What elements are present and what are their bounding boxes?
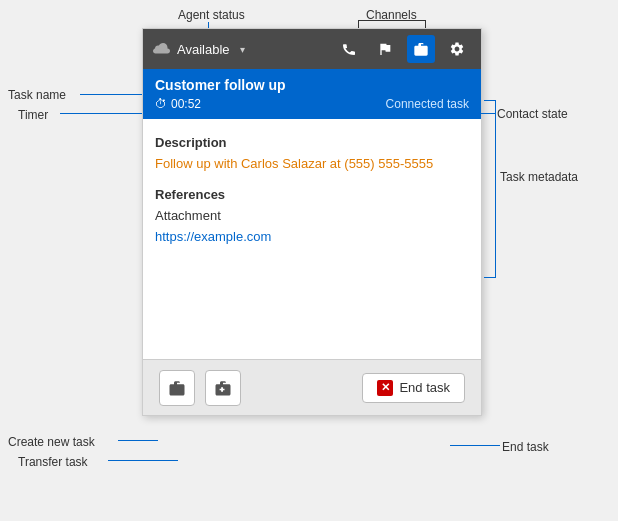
flag-channel-icon[interactable] xyxy=(371,35,399,63)
references-section: References Attachment https://example.co… xyxy=(155,187,469,245)
agent-status-annotation-label: Agent status xyxy=(178,8,245,22)
transfer-task-button[interactable] xyxy=(205,370,241,406)
phone-channel-icon[interactable] xyxy=(335,35,363,63)
task-timer: ⏱ 00:52 xyxy=(155,97,201,111)
chevron-down-icon: ▾ xyxy=(240,44,245,55)
timer-value: 00:52 xyxy=(171,97,201,111)
agent-status[interactable]: Available ▾ xyxy=(153,42,335,57)
create-new-task-button[interactable] xyxy=(159,370,195,406)
timer-icon: ⏱ xyxy=(155,97,167,111)
end-task-annotation-label: End task xyxy=(502,440,549,454)
task-header: Customer follow up ⏱ 00:52 Connected tas… xyxy=(143,69,481,119)
timer-annotation-label: Timer xyxy=(18,108,48,122)
timer-hline xyxy=(60,113,142,114)
main-panel: Available ▾ xyxy=(142,28,482,416)
description-text: Follow up with Carlos Salazar at (555) 5… xyxy=(155,156,469,171)
task-title: Customer follow up xyxy=(155,77,469,93)
header-bar: Available ▾ xyxy=(143,29,481,69)
references-link[interactable]: https://example.com xyxy=(155,229,271,244)
description-heading: Description xyxy=(155,135,469,150)
end-task-label: End task xyxy=(399,380,450,395)
channels-annotation-label: Channels xyxy=(366,8,417,22)
task-meta-row: ⏱ 00:52 Connected task xyxy=(155,97,469,111)
task-metadata-bracket xyxy=(484,100,496,278)
end-task-button[interactable]: ✕ End task xyxy=(362,373,465,403)
footer-bar: ✕ End task xyxy=(143,359,481,415)
create-new-task-hline xyxy=(118,440,158,441)
settings-channel-icon[interactable] xyxy=(443,35,471,63)
task-metadata-annotation-label: Task metadata xyxy=(500,170,578,184)
contact-state-annotation-label: Contact state xyxy=(497,107,568,121)
briefcase-channel-icon[interactable] xyxy=(407,35,435,63)
channels-icons xyxy=(335,35,471,63)
task-name-annotation-label: Task name xyxy=(8,88,66,102)
task-body: Description Follow up with Carlos Salaza… xyxy=(143,119,481,359)
cloud-icon xyxy=(153,42,171,56)
references-heading: References xyxy=(155,187,469,202)
agent-status-text: Available xyxy=(177,42,230,57)
create-new-task-annotation-label: Create new task xyxy=(8,435,95,449)
task-name-hline xyxy=(80,94,142,95)
transfer-task-annotation-label: Transfer task xyxy=(18,455,88,469)
contact-state-badge: Connected task xyxy=(386,97,469,111)
end-task-icon: ✕ xyxy=(377,380,393,396)
end-task-hline xyxy=(450,445,500,446)
attachment-label: Attachment xyxy=(155,208,469,223)
contact-state-hline xyxy=(447,113,495,114)
transfer-task-hline xyxy=(108,460,178,461)
